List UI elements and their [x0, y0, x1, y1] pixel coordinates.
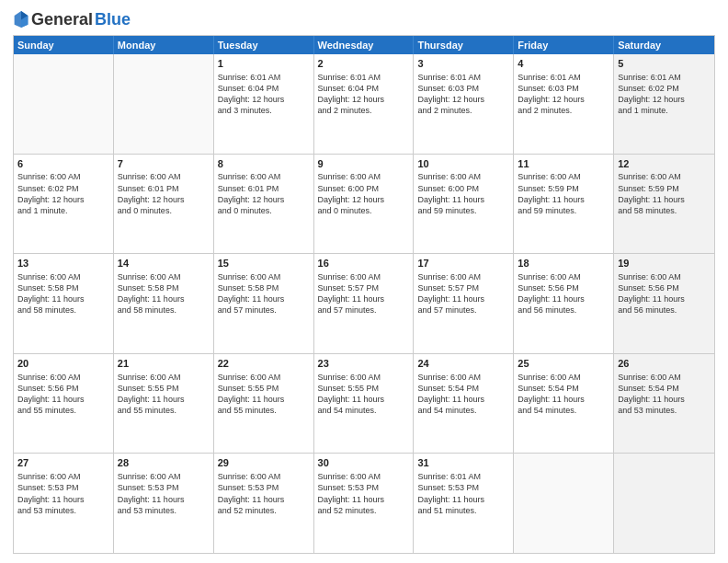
day-number: 2 — [318, 57, 410, 71]
day-info: Sunrise: 6:00 AMSunset: 5:59 PMDaylight:… — [518, 171, 609, 216]
day-number: 26 — [618, 357, 711, 371]
header-cell-saturday: Saturday — [614, 36, 714, 54]
day-info: Sunrise: 6:01 AMSunset: 6:03 PMDaylight:… — [417, 72, 509, 117]
day-info: Sunrise: 6:00 AMSunset: 6:00 PMDaylight:… — [318, 171, 410, 216]
day-info: Sunrise: 6:00 AMSunset: 5:57 PMDaylight:… — [417, 271, 509, 316]
day-cell-11: 11Sunrise: 6:00 AMSunset: 5:59 PMDayligh… — [514, 155, 614, 254]
day-info: Sunrise: 6:00 AMSunset: 5:58 PMDaylight:… — [218, 271, 310, 316]
day-number: 6 — [17, 157, 109, 171]
day-cell-6: 6Sunrise: 6:00 AMSunset: 6:02 PMDaylight… — [14, 155, 114, 254]
day-info: Sunrise: 6:00 AMSunset: 5:53 PMDaylight:… — [218, 471, 310, 516]
day-number: 7 — [118, 157, 210, 171]
day-cell-30: 30Sunrise: 6:00 AMSunset: 5:53 PMDayligh… — [314, 454, 415, 553]
header: General Blue — [13, 9, 715, 29]
day-number: 13 — [17, 257, 109, 270]
day-info: Sunrise: 6:00 AMSunset: 5:54 PMDaylight:… — [417, 372, 509, 417]
day-number: 11 — [518, 157, 609, 171]
day-info: Sunrise: 6:01 AMSunset: 6:04 PMDaylight:… — [318, 72, 410, 117]
day-cell-12: 12Sunrise: 6:00 AMSunset: 5:59 PMDayligh… — [614, 155, 714, 254]
day-info: Sunrise: 6:00 AMSunset: 5:55 PMDaylight:… — [218, 372, 310, 417]
day-info: Sunrise: 6:00 AMSunset: 6:01 PMDaylight:… — [218, 171, 310, 216]
header-cell-monday: Monday — [114, 36, 214, 54]
day-cell-29: 29Sunrise: 6:00 AMSunset: 5:53 PMDayligh… — [214, 454, 314, 553]
day-number: 22 — [218, 357, 310, 371]
day-cell-25: 25Sunrise: 6:00 AMSunset: 5:54 PMDayligh… — [514, 354, 614, 454]
day-cell-13: 13Sunrise: 6:00 AMSunset: 5:58 PMDayligh… — [14, 254, 114, 353]
day-cell-24: 24Sunrise: 6:00 AMSunset: 5:54 PMDayligh… — [414, 354, 514, 454]
day-cell-23: 23Sunrise: 6:00 AMSunset: 5:55 PMDayligh… — [314, 354, 415, 454]
logo-blue-text: Blue — [95, 10, 131, 29]
header-cell-friday: Friday — [514, 36, 614, 54]
day-number: 15 — [218, 257, 310, 270]
day-cell-27: 27Sunrise: 6:00 AMSunset: 5:53 PMDayligh… — [14, 454, 114, 553]
calendar-row-4: 27Sunrise: 6:00 AMSunset: 5:53 PMDayligh… — [14, 453, 714, 553]
day-number: 3 — [417, 57, 509, 71]
day-info: Sunrise: 6:00 AMSunset: 6:01 PMDaylight:… — [118, 171, 210, 216]
day-info: Sunrise: 6:00 AMSunset: 5:54 PMDaylight:… — [618, 372, 711, 417]
day-info: Sunrise: 6:00 AMSunset: 5:56 PMDaylight:… — [618, 271, 711, 316]
header-cell-tuesday: Tuesday — [214, 36, 314, 54]
day-number: 27 — [17, 456, 109, 470]
day-info: Sunrise: 6:00 AMSunset: 5:56 PMDaylight:… — [17, 372, 109, 417]
day-number: 19 — [618, 257, 711, 270]
day-cell-20: 20Sunrise: 6:00 AMSunset: 5:56 PMDayligh… — [14, 354, 114, 454]
calendar: SundayMondayTuesdayWednesdayThursdayFrid… — [13, 35, 715, 554]
day-cell-5: 5Sunrise: 6:01 AMSunset: 6:02 PMDaylight… — [614, 54, 714, 154]
day-cell-17: 17Sunrise: 6:00 AMSunset: 5:57 PMDayligh… — [414, 254, 514, 353]
calendar-row-3: 20Sunrise: 6:00 AMSunset: 5:56 PMDayligh… — [14, 353, 714, 454]
day-cell-22: 22Sunrise: 6:00 AMSunset: 5:55 PMDayligh… — [214, 354, 314, 454]
logo: General Blue — [13, 9, 131, 29]
logo-area: General Blue — [13, 9, 131, 29]
day-cell-19: 19Sunrise: 6:00 AMSunset: 5:56 PMDayligh… — [614, 254, 714, 353]
day-number: 8 — [218, 157, 310, 171]
logo-general-text: General — [31, 10, 93, 29]
day-cell-26: 26Sunrise: 6:00 AMSunset: 5:54 PMDayligh… — [614, 354, 714, 454]
header-cell-wednesday: Wednesday — [314, 36, 415, 54]
day-cell-1: 1Sunrise: 6:01 AMSunset: 6:04 PMDaylight… — [214, 54, 314, 154]
day-info: Sunrise: 6:00 AMSunset: 5:58 PMDaylight:… — [118, 271, 210, 316]
header-cell-sunday: Sunday — [14, 36, 114, 54]
day-info: Sunrise: 6:00 AMSunset: 5:59 PMDaylight:… — [618, 171, 711, 216]
day-info: Sunrise: 6:00 AMSunset: 5:58 PMDaylight:… — [17, 271, 109, 316]
day-info: Sunrise: 6:01 AMSunset: 6:04 PMDaylight:… — [218, 72, 310, 117]
day-number: 20 — [17, 357, 109, 371]
day-number: 9 — [318, 157, 410, 171]
calendar-row-0: 1Sunrise: 6:01 AMSunset: 6:04 PMDaylight… — [14, 54, 714, 154]
logo-icon — [13, 9, 29, 29]
page: General Blue SundayMondayTuesdayWednesda… — [0, 0, 728, 563]
day-info: Sunrise: 6:01 AMSunset: 6:02 PMDaylight:… — [618, 72, 711, 117]
day-info: Sunrise: 6:00 AMSunset: 5:55 PMDaylight:… — [118, 372, 210, 417]
day-info: Sunrise: 6:00 AMSunset: 6:00 PMDaylight:… — [417, 171, 509, 216]
day-cell-16: 16Sunrise: 6:00 AMSunset: 5:57 PMDayligh… — [314, 254, 415, 353]
day-info: Sunrise: 6:00 AMSunset: 5:53 PMDaylight:… — [118, 471, 210, 516]
day-cell-18: 18Sunrise: 6:00 AMSunset: 5:56 PMDayligh… — [514, 254, 614, 353]
day-number: 14 — [118, 257, 210, 270]
day-number: 12 — [618, 157, 711, 171]
day-number: 30 — [318, 456, 410, 470]
day-info: Sunrise: 6:00 AMSunset: 5:55 PMDaylight:… — [318, 372, 410, 417]
day-number: 31 — [417, 456, 509, 470]
day-number: 28 — [118, 456, 210, 470]
day-info: Sunrise: 6:00 AMSunset: 5:54 PMDaylight:… — [518, 372, 609, 417]
day-cell-14: 14Sunrise: 6:00 AMSunset: 5:58 PMDayligh… — [114, 254, 214, 353]
empty-cell-0-0 — [14, 54, 114, 154]
calendar-header: SundayMondayTuesdayWednesdayThursdayFrid… — [14, 36, 714, 54]
calendar-row-1: 6Sunrise: 6:00 AMSunset: 6:02 PMDaylight… — [14, 154, 714, 254]
day-number: 16 — [318, 257, 410, 270]
day-cell-28: 28Sunrise: 6:00 AMSunset: 5:53 PMDayligh… — [114, 454, 214, 553]
day-number: 24 — [417, 357, 509, 371]
day-cell-2: 2Sunrise: 6:01 AMSunset: 6:04 PMDaylight… — [314, 54, 415, 154]
day-number: 23 — [318, 357, 410, 371]
day-number: 21 — [118, 357, 210, 371]
day-number: 18 — [518, 257, 609, 270]
day-number: 10 — [417, 157, 509, 171]
day-info: Sunrise: 6:00 AMSunset: 5:57 PMDaylight:… — [318, 271, 410, 316]
day-cell-3: 3Sunrise: 6:01 AMSunset: 6:03 PMDaylight… — [414, 54, 514, 154]
day-info: Sunrise: 6:00 AMSunset: 5:56 PMDaylight:… — [518, 271, 609, 316]
day-cell-15: 15Sunrise: 6:00 AMSunset: 5:58 PMDayligh… — [214, 254, 314, 353]
empty-cell-4-5 — [514, 454, 614, 553]
header-cell-thursday: Thursday — [414, 36, 514, 54]
empty-cell-0-1 — [114, 54, 214, 154]
day-cell-31: 31Sunrise: 6:01 AMSunset: 5:53 PMDayligh… — [414, 454, 514, 553]
day-cell-4: 4Sunrise: 6:01 AMSunset: 6:03 PMDaylight… — [514, 54, 614, 154]
